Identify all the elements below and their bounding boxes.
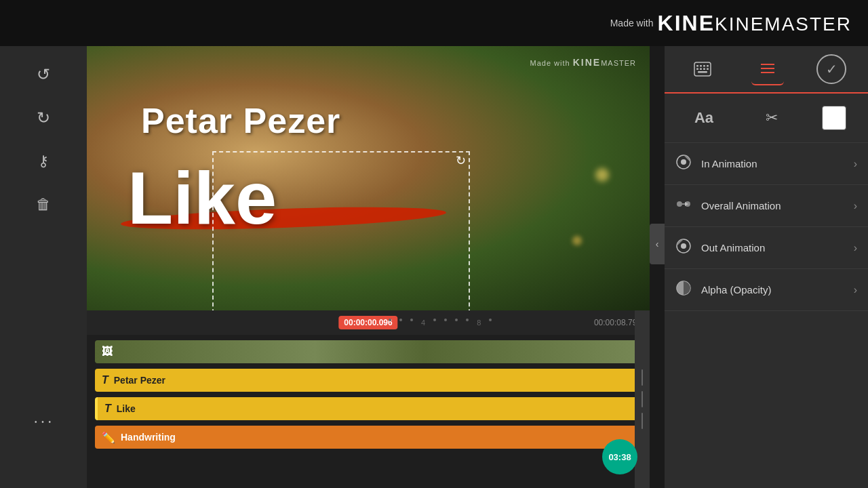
timer-badge[interactable]: 03:38 bbox=[602, 439, 637, 474]
video-brand2: MASTER bbox=[601, 59, 636, 67]
undo-icon: ↺ bbox=[37, 65, 50, 84]
rotate-handle[interactable]: ↻ bbox=[451, 151, 470, 170]
svg-rect-12 bbox=[696, 68, 698, 70]
svg-rect-9 bbox=[700, 65, 702, 67]
like-track-label: Like bbox=[117, 403, 136, 414]
selection-box[interactable]: ↻ bbox=[212, 151, 470, 310]
petar-track-bar[interactable]: T Petar Pezer bbox=[95, 369, 644, 392]
table-row: 🖼 bbox=[92, 339, 644, 365]
alpha-opacity-icon bbox=[675, 280, 692, 300]
chevron-right-icon: ‹ bbox=[656, 239, 659, 249]
brand-kine: KINE bbox=[658, 11, 715, 35]
alpha-opacity-item[interactable]: Alpha (Opacity) › bbox=[665, 269, 868, 311]
in-animation-label: In Animation bbox=[701, 158, 854, 169]
undo-button[interactable]: ↺ bbox=[26, 57, 61, 92]
timeline-right-handle[interactable] bbox=[635, 310, 650, 488]
timeline-area: 00:00:00.096 4 8 00:00:08.793 🖼 T bbox=[87, 310, 650, 488]
handwriting-track-icon: ✏️ bbox=[102, 431, 115, 444]
out-animation-label: Out Animation bbox=[701, 242, 854, 253]
svg-rect-10 bbox=[703, 65, 705, 67]
list-tab[interactable] bbox=[751, 53, 784, 85]
keyboard-tab[interactable] bbox=[686, 53, 719, 85]
overall-animation-chevron: › bbox=[854, 200, 857, 212]
more-icon: • • • bbox=[35, 418, 52, 426]
video-watermark: Made with KINEMASTER bbox=[530, 57, 637, 68]
svg-point-22 bbox=[677, 201, 682, 207]
out-animation-icon bbox=[675, 238, 692, 258]
timeline-handle-line-3 bbox=[642, 413, 643, 429]
svg-rect-8 bbox=[696, 65, 698, 67]
video-preview: Made with KINEMASTER Petar Pezer Like ↻ bbox=[87, 46, 650, 310]
table-row: ✏️ Handwriting bbox=[92, 424, 644, 450]
delete-button[interactable]: 🗑 bbox=[26, 187, 61, 222]
out-animation-item[interactable]: Out Animation › bbox=[665, 227, 868, 269]
timeline-handle-line-1 bbox=[642, 369, 643, 386]
table-row: T Like bbox=[92, 396, 644, 422]
bokeh-light-1 bbox=[595, 168, 609, 182]
like-track-icon: T bbox=[104, 403, 111, 415]
ruler-num-4: 4 bbox=[421, 319, 425, 327]
right-panel: ✓ Aa ✂ In Animation › Overall Animation … bbox=[665, 46, 868, 488]
ruler-dot-2 bbox=[399, 319, 402, 321]
alpha-opacity-label: Alpha (Opacity) bbox=[701, 284, 854, 296]
redo-button[interactable]: ↻ bbox=[26, 100, 61, 136]
font-button[interactable]: Aa bbox=[686, 103, 722, 133]
more-button[interactable]: • • • bbox=[26, 404, 61, 439]
in-animation-icon bbox=[675, 154, 692, 174]
svg-point-27 bbox=[681, 243, 686, 249]
overall-animation-icon bbox=[675, 196, 692, 216]
bokeh-light-2 bbox=[572, 236, 582, 245]
video-made-with: Made with bbox=[530, 59, 573, 67]
font-icon: Aa bbox=[694, 109, 713, 127]
alpha-opacity-chevron: › bbox=[854, 284, 857, 296]
svg-point-21 bbox=[681, 159, 686, 165]
timeline-ruler: 00:00:00.096 4 8 00:00:08.793 bbox=[87, 310, 650, 335]
panel-collapse-button[interactable]: ‹ bbox=[650, 224, 665, 264]
left-toolbar: ↺ ↻ ⚷ 🗑 • • • bbox=[0, 46, 87, 488]
redo-icon: ↻ bbox=[37, 108, 50, 127]
color-swatch[interactable] bbox=[822, 106, 846, 130]
handwriting-track-bar[interactable]: ✏️ Handwriting bbox=[95, 426, 644, 449]
preview-background: Made with KINEMASTER Petar Pezer Like ↻ bbox=[87, 46, 650, 310]
ruler-dot-6 bbox=[455, 319, 458, 321]
in-animation-chevron: › bbox=[854, 158, 857, 170]
key-button[interactable]: ⚷ bbox=[26, 144, 61, 179]
svg-rect-16 bbox=[698, 71, 707, 73]
svg-rect-13 bbox=[700, 68, 702, 70]
handwriting-track-label: Handwriting bbox=[121, 432, 176, 443]
svg-rect-14 bbox=[703, 68, 705, 70]
timeline-handle-line-2 bbox=[642, 391, 643, 407]
keyboard-icon bbox=[694, 62, 711, 77]
video-track-bar[interactable]: 🖼 bbox=[95, 340, 644, 363]
panel-tab-row: ✓ bbox=[665, 46, 868, 94]
like-track-bar[interactable]: T Like bbox=[95, 397, 644, 420]
ruler-dot-7 bbox=[466, 319, 469, 321]
ruler-dot-5 bbox=[444, 319, 447, 321]
table-row: T Petar Pezer bbox=[92, 367, 644, 393]
overall-animation-label: Overall Animation bbox=[701, 200, 854, 211]
petar-track-icon: T bbox=[102, 374, 108, 386]
ruler-num-8: 8 bbox=[477, 319, 481, 327]
timeline-tracks: 🖼 T Petar Pezer T Like ✏️ Handwriting bbox=[87, 335, 650, 488]
done-tab[interactable]: ✓ bbox=[816, 54, 846, 84]
ruler-dot-8 bbox=[489, 319, 492, 321]
brand-master: KINEMASTER bbox=[715, 14, 852, 35]
ruler-dots: 4 8 bbox=[389, 319, 492, 327]
overall-animation-item[interactable]: Overall Animation › bbox=[665, 185, 868, 227]
svg-rect-11 bbox=[707, 65, 709, 67]
top-bar: Made with KINEKINEMASTER bbox=[0, 0, 868, 46]
made-with-label: Made with bbox=[610, 18, 654, 28]
checkmark-icon: ✓ bbox=[826, 61, 837, 77]
ruler-dot-3 bbox=[410, 319, 413, 321]
ruler-dot-1 bbox=[389, 319, 391, 321]
svg-rect-15 bbox=[707, 68, 709, 70]
ruler-dot-4 bbox=[433, 319, 436, 321]
scissors-icon: ✂ bbox=[766, 109, 778, 127]
video-brand: KINE bbox=[573, 57, 601, 68]
in-animation-item[interactable]: In Animation › bbox=[665, 143, 868, 185]
list-icon bbox=[760, 61, 776, 76]
panel-row-2: Aa ✂ bbox=[665, 94, 868, 143]
petar-track-label: Petar Pezer bbox=[114, 375, 165, 386]
scissors-button[interactable]: ✂ bbox=[754, 103, 789, 133]
out-animation-chevron: › bbox=[854, 242, 857, 254]
